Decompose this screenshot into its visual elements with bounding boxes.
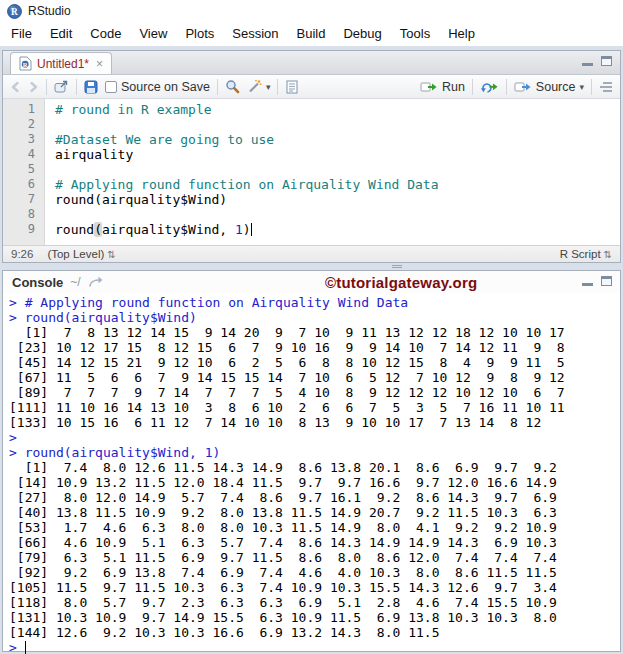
console-output-line: [23] 10 12 17 15 8 12 15 6 7 9 10 16 9 9… <box>9 340 620 355</box>
token-comment: # round in R example <box>55 102 212 117</box>
find-icon[interactable] <box>225 79 240 94</box>
console-pane[interactable]: Console ~/ ©tutorialgateway.org > # Appl… <box>2 270 621 652</box>
source-on-save-toggle[interactable]: Source on Save <box>105 80 210 94</box>
line-number[interactable]: 7 <box>3 192 44 207</box>
console-output-line: [27] 8.0 12.0 14.9 5.7 7.4 8.6 9.7 16.1 … <box>9 490 620 505</box>
line-number[interactable]: 1 <box>3 102 44 117</box>
token-code: ) <box>243 222 251 237</box>
console-output-line: [45] 14 12 15 21 9 12 10 6 2 5 6 8 8 10 … <box>9 355 620 370</box>
console-input-line: > <box>9 430 620 445</box>
save-icon[interactable] <box>84 80 98 94</box>
file-type-selector[interactable]: R Script ⇅ <box>560 248 612 260</box>
menu-debug[interactable]: Debug <box>334 22 390 46</box>
pane-splitter[interactable] <box>0 263 623 270</box>
line-number[interactable]: 3 <box>3 132 44 147</box>
menu-bar: FileEditCodeViewPlotsSessionBuildDebugTo… <box>0 22 623 46</box>
console-output-line: [133] 10 15 16 6 11 12 7 14 10 10 8 13 9… <box>9 415 620 430</box>
menu-file[interactable]: File <box>2 22 41 46</box>
token-code: round <box>55 222 94 237</box>
source-tab-bar: R Untitled1* × <box>3 51 620 75</box>
token-comment: # Applying round function on Airquality … <box>55 177 439 192</box>
rerun-icon[interactable] <box>480 80 499 93</box>
console-output-line: [67] 11 5 6 6 7 9 14 15 15 14 7 10 6 5 1… <box>9 370 620 385</box>
menu-view[interactable]: View <box>130 22 176 46</box>
tab-label: Untitled1* <box>37 57 89 71</box>
editor-code-area[interactable]: # round in R example#Dataset We are goin… <box>45 99 620 245</box>
source-icon <box>514 81 532 93</box>
console-output-line: [40] 13.8 11.5 10.9 9.2 8.0 13.8 11.5 14… <box>9 505 620 520</box>
code-line: # round in R example <box>55 102 620 117</box>
editor-gutter[interactable]: 123456789 <box>3 99 45 245</box>
scope-selector[interactable]: (Top Level) ⇅ <box>47 248 115 260</box>
minimize-console-icon[interactable] <box>582 277 593 286</box>
console-output-line: [89] 7 7 7 9 7 14 7 7 7 5 4 10 8 9 12 12… <box>9 385 620 400</box>
line-number[interactable]: 4 <box>3 147 44 162</box>
line-number[interactable]: 6 <box>3 177 44 192</box>
run-button[interactable]: Run <box>420 80 465 94</box>
code-line <box>55 207 620 222</box>
run-icon <box>420 81 438 93</box>
code-tools-button[interactable]: ▾ <box>247 79 271 94</box>
line-number[interactable]: 9 <box>3 222 44 237</box>
console-output-line: [92] 9.2 6.9 13.8 7.4 6.9 7.4 4.6 4.0 10… <box>9 565 620 580</box>
code-line: round(airquality$Wind) <box>55 192 620 207</box>
go-to-directory-icon[interactable] <box>88 276 104 288</box>
maximize-pane-icon[interactable] <box>601 56 612 66</box>
menu-session[interactable]: Session <box>223 22 287 46</box>
console-output-line: [105] 11.5 9.7 11.5 10.3 6.3 7.4 10.9 10… <box>9 580 620 595</box>
menu-build[interactable]: Build <box>288 22 335 46</box>
menu-code[interactable]: Code <box>81 22 130 46</box>
maximize-console-icon[interactable] <box>601 276 612 286</box>
compile-report-icon[interactable] <box>285 80 299 94</box>
open-in-new-window-icon[interactable] <box>54 80 69 93</box>
console-output-line: [118] 8.0 5.7 9.7 2.3 6.3 6.3 6.9 5.1 2.… <box>9 595 620 610</box>
menu-tools[interactable]: Tools <box>391 22 439 46</box>
console-output-line: [79] 6.3 5.1 11.5 6.9 9.7 11.5 8.6 8.0 8… <box>9 550 620 565</box>
document-outline-icon[interactable] <box>599 81 613 93</box>
back-icon[interactable] <box>10 81 21 93</box>
source-button[interactable]: Source ▾ <box>514 80 584 94</box>
tab-close-icon[interactable]: × <box>96 59 103 69</box>
run-label: Run <box>442 80 465 94</box>
code-line: round(airquality$Wind, 1) <box>55 222 620 237</box>
line-number[interactable]: 8 <box>3 207 44 222</box>
console-output-line: [1] 7.4 8.0 12.6 11.5 14.3 14.9 8.6 13.8… <box>9 460 620 475</box>
source-toolbar: Source on Save ▾ Run <box>3 75 620 99</box>
code-line: airquality <box>55 147 620 162</box>
source-on-save-checkbox[interactable] <box>105 81 117 93</box>
token-code: round(airquality$Wind) <box>55 192 227 207</box>
editor-status-bar: 9:26 (Top Level) ⇅ R Script ⇅ <box>3 245 620 262</box>
forward-icon[interactable] <box>28 81 39 93</box>
svg-text:R: R <box>23 61 28 68</box>
token-code: airquality <box>55 147 133 162</box>
console-input-line: > round(airquality$Wind) <box>9 310 620 325</box>
code-line: #Dataset We are going to use <box>55 132 620 147</box>
source-label: Source <box>536 80 576 94</box>
code-line: # Applying round function on Airquality … <box>55 177 620 192</box>
code-tools-caret-icon: ▾ <box>266 82 271 92</box>
console-input-line: > round(airquality$Wind, 1) <box>9 445 620 460</box>
title-bar: R RStudio <box>0 0 623 22</box>
tab-untitled1[interactable]: R Untitled1* × <box>10 52 112 74</box>
minimize-pane-icon[interactable] <box>582 57 593 66</box>
code-editor[interactable]: 123456789 # round in R example#Dataset W… <box>3 99 620 245</box>
menu-plots[interactable]: Plots <box>176 22 223 46</box>
scope-label: (Top Level) <box>47 248 104 260</box>
console-header: Console ~/ ©tutorialgateway.org <box>3 271 620 293</box>
menu-help[interactable]: Help <box>439 22 484 46</box>
console-input-line: > # Applying round function on Airqualit… <box>9 295 620 310</box>
cursor-position: 9:26 <box>11 248 33 260</box>
line-number[interactable]: 5 <box>3 162 44 177</box>
source-caret-icon[interactable]: ▾ <box>579 82 584 92</box>
source-pane: R Untitled1* × <box>2 50 621 263</box>
console-input-line: > <box>9 640 620 654</box>
svg-text:R: R <box>11 6 18 16</box>
code-line <box>55 162 620 177</box>
line-number[interactable]: 2 <box>3 117 44 132</box>
console-output[interactable]: > # Applying round function on Airqualit… <box>3 293 620 654</box>
file-type-label: R Script <box>560 248 601 260</box>
console-working-directory: ~/ <box>70 275 80 289</box>
r-file-icon: R <box>19 56 32 71</box>
menu-edit[interactable]: Edit <box>41 22 81 46</box>
console-output-line: [14] 10.9 13.2 11.5 12.0 18.4 11.5 9.7 9… <box>9 475 620 490</box>
